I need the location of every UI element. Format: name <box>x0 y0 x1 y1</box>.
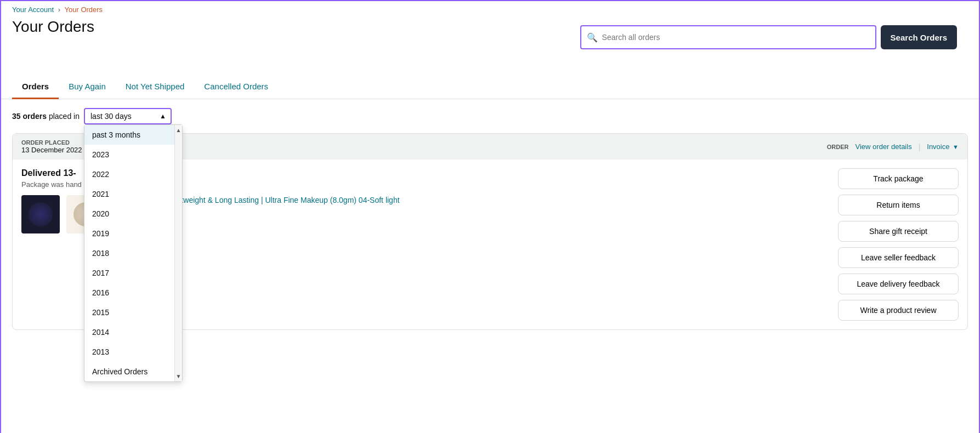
leave-delivery-feedback-button[interactable]: Leave delivery feedback <box>838 274 959 294</box>
order-header-actions: ORDER View order details | Invoice ▼ <box>827 143 959 151</box>
search-container: 🔍 <box>580 25 876 49</box>
return-items-button[interactable]: Return items <box>838 195 959 215</box>
scroll-down-icon[interactable]: ▼ <box>174 371 184 381</box>
order-label: ORDER <box>827 144 849 150</box>
item-image-1 <box>21 195 60 233</box>
share-gift-receipt-button[interactable]: Share gift receipt <box>838 221 959 242</box>
write-product-review-button[interactable]: Write a product review <box>838 300 959 321</box>
dropdown-item-2016[interactable]: 2016 <box>84 283 182 303</box>
dropdown-item-2015[interactable]: 2015 <box>84 303 182 322</box>
dropdown-item-past3months[interactable]: past 3 months <box>84 125 182 145</box>
orders-filter-row: 35 orders placed in last 30 days ▲ past … <box>1 99 979 133</box>
dropdown-item-archived[interactable]: Archived Orders <box>84 362 182 381</box>
search-bar-row: 🔍 Search Orders <box>569 21 968 54</box>
dropdown-item-2022[interactable]: 2022 <box>84 164 182 184</box>
dropdown-item-2023[interactable]: 2023 <box>84 145 182 164</box>
breadcrumb-parent-link[interactable]: Your Account <box>12 5 54 14</box>
dropdown-menu: past 3 months 2023 2022 2021 2020 2019 2… <box>84 124 183 382</box>
order-placed-col: ORDER PLACED 13 December 2022 <box>21 139 82 154</box>
tab-not-yet-shipped[interactable]: Not Yet Shipped <box>116 75 195 99</box>
dropdown-item-2019[interactable]: 2019 <box>84 224 182 243</box>
invoice-chevron-icon: ▼ <box>953 144 959 150</box>
orders-count-text: 35 orders placed in <box>12 112 80 121</box>
dropdown-item-2017[interactable]: 2017 <box>84 263 182 283</box>
dropdown-selected-label: last 30 days <box>90 112 132 121</box>
tab-cancelled-orders[interactable]: Cancelled Orders <box>194 75 278 99</box>
breadcrumb: Your Account › Your Orders <box>1 1 979 16</box>
item-details: Loose Powder | Lightweight & Long Lastin… <box>111 195 827 226</box>
dropdown-selected[interactable]: last 30 days ▲ <box>84 108 172 124</box>
track-package-button[interactable]: Track package <box>838 168 959 189</box>
scroll-up-icon[interactable]: ▲ <box>174 125 184 135</box>
order-placed-label: ORDER PLACED <box>21 139 82 146</box>
orders-count: 35 orders <box>12 112 47 121</box>
search-icon: 🔍 <box>587 32 598 43</box>
period-dropdown[interactable]: last 30 days ▲ past 3 months 2023 2022 2… <box>84 108 172 124</box>
dropdown-item-2014[interactable]: 2014 <box>84 322 182 342</box>
search-input[interactable] <box>602 33 870 42</box>
leave-seller-feedback-button[interactable]: Leave seller feedback <box>838 247 959 268</box>
dropdown-item-2020[interactable]: 2020 <box>84 204 182 224</box>
dropdown-scrollbar[interactable]: ▲ ▼ <box>174 125 182 381</box>
view-order-details-link[interactable]: View order details <box>856 143 912 151</box>
item-name[interactable]: Loose Powder | Lightweight & Long Lastin… <box>111 195 827 206</box>
dropdown-item-2018[interactable]: 2018 <box>84 243 182 263</box>
dropdown-item-2021[interactable]: 2021 <box>84 184 182 204</box>
order-action-buttons: Track package Return items Share gift re… <box>838 168 959 321</box>
chevron-up-icon: ▲ <box>160 112 166 120</box>
tabs-row: Orders Buy Again Not Yet Shipped Cancell… <box>1 75 979 99</box>
tab-buy-again[interactable]: Buy Again <box>59 75 116 99</box>
divider: | <box>919 143 921 151</box>
breadcrumb-current: Your Orders <box>65 5 103 14</box>
invoice-dropdown[interactable]: Invoice ▼ <box>927 143 959 151</box>
dropdown-item-2013[interactable]: 2013 <box>84 342 182 362</box>
order-placed-value: 13 December 2022 <box>21 146 82 154</box>
tab-orders[interactable]: Orders <box>12 75 59 99</box>
dropdown-items-list: past 3 months 2023 2022 2021 2020 2019 2… <box>84 125 182 381</box>
breadcrumb-separator: › <box>58 5 60 14</box>
search-orders-button[interactable]: Search Orders <box>881 25 957 49</box>
